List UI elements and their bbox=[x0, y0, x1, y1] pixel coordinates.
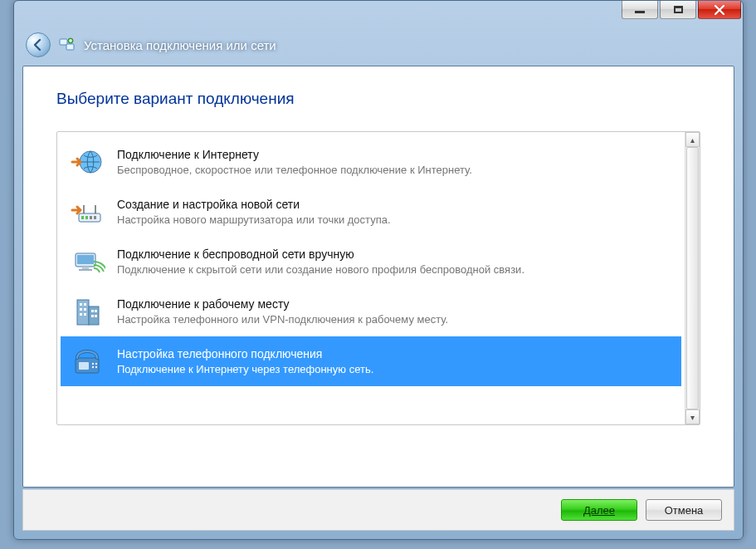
cancel-button[interactable]: Отмена bbox=[646, 499, 722, 521]
maximize-button[interactable] bbox=[660, 1, 696, 19]
svg-rect-28 bbox=[79, 362, 89, 370]
svg-rect-21 bbox=[80, 313, 82, 316]
wizard-window: Установка подключения или сети Выберите … bbox=[13, 0, 744, 540]
page-heading: Выберите вариант подключения bbox=[56, 90, 700, 108]
option-desc: Подключение к скрытой сети или создание … bbox=[117, 262, 673, 277]
svg-rect-8 bbox=[94, 216, 96, 219]
scroll-down-button[interactable]: ▾ bbox=[685, 409, 700, 424]
minimize-button[interactable] bbox=[622, 1, 658, 19]
svg-rect-6 bbox=[85, 216, 88, 219]
connection-option[interactable]: Подключение к беспроводной сети вручнуюП… bbox=[61, 237, 681, 287]
connection-option[interactable]: Подключение к рабочему местуНастройка те… bbox=[61, 287, 681, 336]
next-button[interactable]: Далее bbox=[561, 499, 637, 521]
option-text: Подключение к ИнтернетуБеспроводное, ско… bbox=[117, 147, 673, 177]
header: Установка подключения или сети bbox=[14, 24, 743, 66]
svg-rect-5 bbox=[81, 216, 84, 219]
svg-rect-17 bbox=[80, 303, 82, 306]
svg-rect-14 bbox=[79, 269, 92, 271]
content-panel: Выберите вариант подключения Подключение… bbox=[22, 66, 734, 488]
connection-option[interactable]: Настройка телефонного подключенияПодключ… bbox=[61, 336, 681, 386]
option-text: Подключение к беспроводной сети вручнуюП… bbox=[117, 247, 673, 277]
svg-rect-24 bbox=[95, 310, 97, 312]
phone-modem-icon bbox=[69, 343, 105, 380]
svg-rect-26 bbox=[95, 315, 97, 317]
option-title: Создание и настройка новой сети bbox=[117, 197, 673, 213]
connection-options: Подключение к ИнтернетуБеспроводное, ско… bbox=[56, 131, 700, 425]
option-desc: Настройка нового маршрутизатора или точк… bbox=[117, 213, 673, 228]
option-text: Создание и настройка новой сетиНастройка… bbox=[117, 197, 673, 227]
svg-point-29 bbox=[92, 363, 94, 365]
option-title: Настройка телефонного подключения bbox=[117, 346, 673, 362]
option-text: Подключение к рабочему местуНастройка те… bbox=[117, 297, 673, 326]
svg-rect-23 bbox=[91, 310, 94, 312]
svg-rect-15 bbox=[77, 300, 89, 325]
svg-point-31 bbox=[92, 366, 94, 368]
option-desc: Настройка телефонного или VPN-подключени… bbox=[117, 312, 673, 327]
building-icon bbox=[69, 293, 105, 330]
scroll-up-button[interactable]: ▴ bbox=[685, 132, 700, 147]
svg-rect-0 bbox=[60, 39, 67, 45]
option-title: Подключение к рабочему месту bbox=[117, 297, 673, 312]
titlebar bbox=[14, 1, 743, 24]
svg-rect-12 bbox=[77, 255, 94, 264]
scroll-thumb[interactable] bbox=[686, 147, 699, 409]
router-arrow-icon bbox=[69, 194, 105, 230]
footer: Далее Отмена bbox=[22, 489, 734, 531]
option-text: Настройка телефонного подключенияПодключ… bbox=[117, 346, 673, 376]
back-button[interactable] bbox=[26, 32, 51, 57]
globe-arrow-icon bbox=[69, 144, 105, 180]
svg-point-32 bbox=[95, 366, 97, 368]
svg-rect-18 bbox=[84, 303, 86, 306]
svg-rect-13 bbox=[82, 267, 89, 269]
network-wizard-icon bbox=[59, 37, 76, 53]
option-title: Подключение к беспроводной сети вручную bbox=[117, 247, 673, 262]
svg-point-30 bbox=[95, 363, 97, 365]
option-desc: Подключение к Интернету через телефонную… bbox=[117, 362, 673, 377]
svg-rect-7 bbox=[90, 216, 92, 219]
option-desc: Беспроводное, скоростное или телефонное … bbox=[117, 163, 673, 178]
window-controls bbox=[622, 1, 741, 19]
svg-rect-19 bbox=[80, 308, 82, 311]
svg-rect-1 bbox=[66, 44, 74, 50]
scroll-track[interactable] bbox=[685, 147, 700, 409]
option-title: Подключение к Интернету bbox=[117, 147, 673, 163]
connection-option[interactable]: Подключение к ИнтернетуБеспроводное, ско… bbox=[61, 137, 681, 187]
wireless-monitor-icon bbox=[69, 243, 105, 280]
svg-rect-20 bbox=[84, 308, 86, 311]
svg-rect-22 bbox=[84, 313, 86, 316]
svg-rect-25 bbox=[91, 315, 94, 317]
scrollbar[interactable]: ▴ ▾ bbox=[685, 132, 700, 424]
window-title: Установка подключения или сети bbox=[84, 38, 276, 52]
connection-option[interactable]: Создание и настройка новой сетиНастройка… bbox=[61, 187, 681, 237]
close-button[interactable] bbox=[698, 1, 741, 19]
options-list: Подключение к ИнтернетуБеспроводное, ско… bbox=[57, 132, 685, 424]
